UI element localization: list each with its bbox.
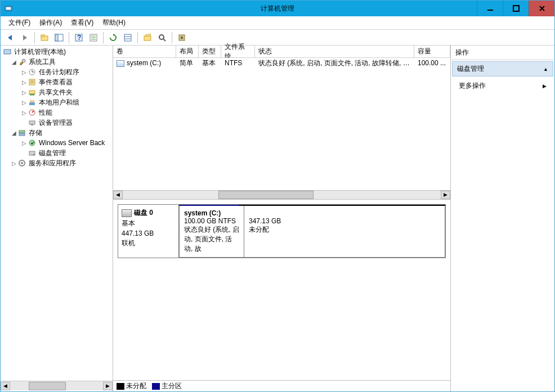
- column-type[interactable]: 类型: [199, 46, 221, 57]
- forward-button[interactable]: [19, 31, 31, 44]
- column-capacity[interactable]: 容量: [414, 46, 450, 57]
- expand-icon[interactable]: ▷: [21, 69, 28, 75]
- scroll-thumb[interactable]: [29, 382, 66, 390]
- expand-icon[interactable]: ▷: [21, 110, 28, 116]
- legend-unallocated: 未分配: [117, 381, 146, 391]
- tree-scrollbar[interactable]: ◀ ▶: [1, 381, 113, 390]
- scroll-thumb[interactable]: [218, 191, 314, 199]
- toolbar-separator: [69, 32, 69, 43]
- scroll-left-icon[interactable]: ◀: [1, 382, 10, 390]
- tree-services-apps[interactable]: ▷ 服务和应用程序: [1, 158, 113, 168]
- menu-view[interactable]: 查看(V): [66, 16, 98, 29]
- expand-icon[interactable]: ▷: [21, 89, 28, 96]
- svg-point-23: [181, 37, 183, 39]
- column-layout[interactable]: 布局: [176, 46, 199, 57]
- disk-drive-icon: [122, 209, 132, 217]
- back-button[interactable]: [4, 31, 16, 44]
- partition-unallocated[interactable]: 347.13 GB 未分配: [244, 206, 445, 258]
- legend: 未分配 主分区: [113, 380, 450, 391]
- cell-volume: system (C:): [113, 59, 176, 67]
- device-icon: [28, 118, 37, 127]
- tree-wsb[interactable]: ▷Windows Server Back: [1, 138, 113, 148]
- svg-rect-42: [19, 130, 25, 133]
- toolbar-separator: [34, 32, 35, 43]
- tree-local-users[interactable]: ▷本地用户和组: [1, 97, 113, 107]
- maximize-button[interactable]: [503, 1, 529, 16]
- scroll-right-icon[interactable]: ▶: [103, 382, 113, 390]
- svg-rect-29: [29, 79, 35, 85]
- menu-action[interactable]: 操作(A): [35, 16, 66, 29]
- actions-section[interactable]: 磁盘管理 ▲: [452, 61, 553, 76]
- tree-label: Windows Server Back: [38, 139, 106, 147]
- tree-disk-management[interactable]: 磁盘管理: [1, 148, 113, 158]
- cell-fs: NTFS: [221, 59, 255, 67]
- tree-system-tools[interactable]: ◢ 系统工具: [1, 57, 113, 67]
- partition-status: 未分配: [249, 225, 440, 235]
- actions-pane: 操作 磁盘管理 ▲ 更多操作 ▶: [451, 46, 554, 391]
- navigation-tree[interactable]: 计算机管理(本地) ◢ 系统工具 ▷任务计划程序 ▷事件查看器: [1, 47, 113, 381]
- window-title: 计算机管理: [261, 4, 294, 13]
- svg-point-46: [33, 154, 34, 155]
- collapse-icon[interactable]: ◢: [11, 130, 17, 136]
- volume-row[interactable]: system (C:) 简单 基本 NTFS 状态良好 (系统, 启动, 页面文…: [113, 58, 450, 68]
- scroll-track[interactable]: [10, 382, 103, 390]
- svg-rect-19: [144, 36, 151, 40]
- collapse-icon[interactable]: ◢: [11, 59, 17, 65]
- disk-graphical-view[interactable]: 磁盘 0 基本 447.13 GB 联机 system (C:) 100.00 …: [113, 200, 450, 380]
- refresh-icon[interactable]: [107, 31, 119, 44]
- tree-label: 系统工具: [28, 57, 57, 67]
- menu-file[interactable]: 文件(F): [4, 16, 35, 29]
- scroll-left-icon[interactable]: ◀: [113, 191, 123, 199]
- column-status[interactable]: 状态: [255, 46, 414, 57]
- open-icon[interactable]: [141, 31, 154, 44]
- tree-performance[interactable]: ▷性能: [1, 107, 113, 118]
- expand-icon[interactable]: ▷: [21, 140, 28, 146]
- svg-rect-43: [19, 133, 25, 136]
- scroll-track[interactable]: [123, 191, 441, 199]
- volume-list[interactable]: system (C:) 简单 基本 NTFS 状态良好 (系统, 启动, 页面文…: [113, 58, 450, 190]
- expand-icon[interactable]: ▷: [21, 79, 28, 85]
- partition-status: 状态良好 (系统, 启动, 页面文件, 活动, 故: [184, 225, 239, 254]
- svg-rect-2: [487, 10, 493, 11]
- tree-label: 本地用户和组: [38, 98, 80, 107]
- search-icon[interactable]: [156, 31, 168, 44]
- svg-rect-24: [4, 49, 11, 54]
- svg-point-33: [30, 93, 32, 96]
- column-filesystem[interactable]: 文件系统: [221, 46, 255, 57]
- close-button[interactable]: [529, 1, 554, 16]
- menu-help[interactable]: 帮助(H): [98, 16, 130, 29]
- tree-root[interactable]: 计算机管理(本地): [1, 47, 113, 57]
- settings-icon[interactable]: [176, 31, 188, 44]
- tree-event-viewer[interactable]: ▷事件查看器: [1, 77, 113, 87]
- swatch-unallocated-icon: [117, 383, 124, 390]
- actions-section-label: 磁盘管理: [457, 64, 484, 74]
- partition-primary[interactable]: system (C:) 100.00 GB NTFS 状态良好 (系统, 启动,…: [179, 206, 244, 258]
- tree-shared-folders[interactable]: ▷共享文件夹: [1, 87, 113, 97]
- expand-icon[interactable]: ▷: [11, 160, 17, 166]
- properties-icon[interactable]: [87, 31, 100, 44]
- help-icon[interactable]: ?: [73, 31, 85, 44]
- svg-point-34: [32, 93, 34, 96]
- tree-device-manager[interactable]: 设备管理器: [1, 118, 113, 128]
- show-hide-tree-icon[interactable]: [53, 31, 65, 44]
- column-volume[interactable]: 卷: [113, 46, 176, 57]
- svg-rect-37: [29, 102, 35, 105]
- collapse-arrow-icon[interactable]: ▲: [543, 66, 548, 72]
- up-folder-icon[interactable]: [38, 31, 51, 44]
- svg-point-44: [29, 140, 35, 146]
- tree-label: 事件查看器: [38, 78, 74, 87]
- volume-scrollbar[interactable]: ◀ ▶: [113, 190, 450, 200]
- svg-point-36: [32, 100, 34, 102]
- tree-task-scheduler[interactable]: ▷任务计划程序: [1, 67, 113, 77]
- list-icon[interactable]: [122, 31, 134, 44]
- partition-size: 347.13 GB: [249, 217, 440, 225]
- expand-icon[interactable]: ▷: [21, 100, 28, 106]
- tree-storage[interactable]: ◢ 存储: [1, 128, 113, 138]
- minimize-button[interactable]: [477, 1, 503, 16]
- scroll-right-icon[interactable]: ▶: [441, 191, 450, 199]
- disk-partitions: system (C:) 100.00 GB NTFS 状态良好 (系统, 启动,…: [179, 205, 445, 258]
- actions-more[interactable]: 更多操作 ▶: [451, 78, 554, 94]
- chevron-right-icon: ▶: [543, 83, 547, 89]
- disk-block[interactable]: 磁盘 0 基本 447.13 GB 联机 system (C:) 100.00 …: [118, 204, 446, 258]
- svg-point-25: [22, 59, 25, 62]
